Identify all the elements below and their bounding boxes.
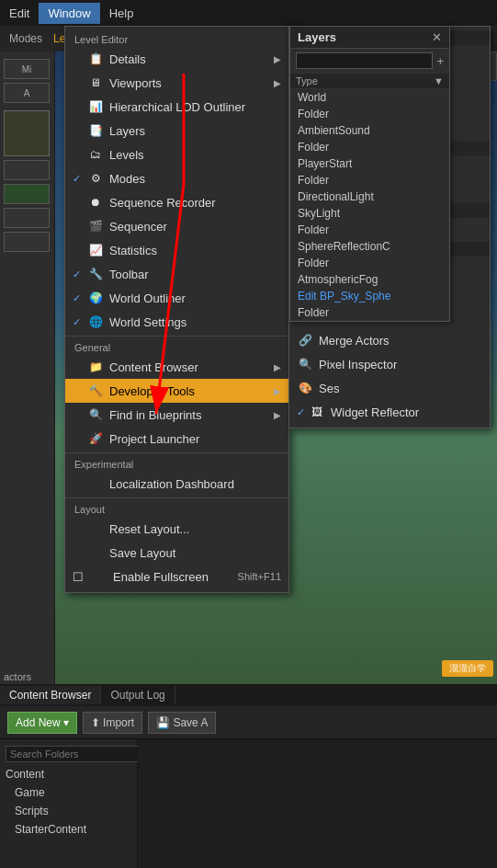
divider-2 [65,452,288,453]
layer-folder-3[interactable]: Folder [290,172,449,188]
viewports-arrow: ▶ [274,78,281,88]
layer-folder-6[interactable]: Folder [290,304,449,321]
layer-skylight[interactable]: SkyLight [290,205,449,222]
layer-edit-bp[interactable]: Edit BP_Sky_Sphe [290,288,449,304]
save-all-label: Save A [173,716,208,729]
layers-search-row: + [290,49,449,74]
layer-directional[interactable]: DirectionalLight [290,188,449,205]
cb-body: 🔍 Content Game Scripts StarterContent [0,739,497,868]
menu-help[interactable]: Help [100,3,143,24]
menu-item-localization[interactable]: Localization Dashboard [65,472,288,496]
import-icon: ⬆ [91,716,100,729]
details-arrow: ▶ [274,54,281,64]
left-tool-7[interactable] [4,232,50,252]
menu-item-lod[interactable]: 📊 Hierarchical LOD Outliner [65,95,288,119]
layers-search-input[interactable] [296,52,433,69]
import-label: Import [103,716,134,729]
fs-label: Enable Fullscreen [113,570,238,584]
left-tool-6[interactable] [4,208,50,228]
menu-bar: Edit Window Help [0,0,497,26]
menu-item-sequence-recorder[interactable]: ⏺ Sequence Recorder [65,190,288,214]
levels-icon: 🗂 [87,146,104,163]
pi-label: Pixel Inspector [319,358,482,371]
sl-label: Save Layout [109,546,281,560]
menu-item-content-browser[interactable]: 📁 Content Browser ▶ [65,355,288,379]
menu-item-find-blueprints[interactable]: 🔍 Find in Blueprints ▶ [65,403,288,427]
menu-item-pixel-inspector[interactable]: 🔍 Pixel Inspector [289,352,490,376]
left-tool-5[interactable] [4,184,50,204]
menu-edit[interactable]: Edit [0,3,39,24]
save-all-button[interactable]: 💾 Save A [148,712,216,734]
save-all-icon: 💾 [156,716,170,729]
layers-close-icon[interactable]: ✕ [432,30,442,44]
left-tool-1[interactable]: Mi [4,59,50,79]
search-folders-input[interactable] [6,746,141,762]
menu-item-details[interactable]: 📋 Details ▶ [65,47,288,71]
layer-ambient[interactable]: AmbientSound [290,122,449,139]
layer-atmospheric[interactable]: AtmosphericFog [290,271,449,288]
folder-starter[interactable]: StarterContent [0,820,137,839]
menu-item-project-launcher[interactable]: 🚀 Project Launcher [65,427,288,451]
folder-game[interactable]: Game [0,783,137,802]
menu-item-save-layout[interactable]: Save Layout [65,541,288,565]
type-column-label: Type [296,75,318,86]
seqrec-icon: ⏺ [87,194,104,211]
wr-label: Widget Reflector [331,405,482,419]
layer-folder-4[interactable]: Folder [290,222,449,238]
menu-item-modes[interactable]: ✓ ⚙ Modes [65,166,288,190]
menu-window[interactable]: Window [39,3,99,24]
menu-item-dev-tools[interactable]: 🔨 Developer Tools ▶ [65,379,288,403]
menu-item-ses[interactable]: 🎨 Ses [289,376,490,400]
menu-item-toolbar[interactable]: ✓ 🔧 Toolbar [65,262,288,286]
cb-tab-content[interactable]: Content Browser [0,686,101,704]
layer-playerstart[interactable]: PlayerStart [290,155,449,172]
window-menu: Level Editor 📋 Details ▶ 🖥 Viewports ▶ 📊… [64,26,289,593]
menu-item-world-outliner[interactable]: ✓ 🌍 World Outliner [65,286,288,310]
ses-icon: 🎨 [297,380,313,396]
menu-item-sequencer[interactable]: 🎬 Sequencer [65,214,288,238]
seq-label: Sequencer [109,220,281,234]
layer-folder-5[interactable]: Folder [290,255,449,271]
folder-content[interactable]: Content [0,765,137,783]
cb-arrow: ▶ [274,362,281,372]
left-tool-3[interactable] [4,110,50,156]
layer-world[interactable]: World [290,89,449,106]
dt-icon: 🔨 [87,383,104,399]
dt-arrow: ▶ [274,386,281,396]
layers-panel: Layers ✕ + Type ▼ World Folder AmbientSo… [289,26,450,322]
fb-arrow: ▶ [274,410,281,420]
layers-add-icon[interactable]: + [436,54,444,68]
fs-icon [91,568,107,585]
lod-icon: 📊 [87,98,104,115]
menu-item-reset-layout[interactable]: Reset Layout... [65,517,288,541]
left-tool-4[interactable] [4,160,50,180]
details-icon: 📋 [87,51,104,67]
menu-item-levels[interactable]: 🗂 Levels [65,143,288,166]
left-tool-2[interactable]: A [4,83,50,103]
menu-item-widget-reflector[interactable]: ✓ 🖼 Widget Reflector [289,400,490,424]
toolbar-icon-menu: 🔧 [87,266,104,282]
dt-label: Developer Tools [109,384,270,398]
menu-item-merge-actors[interactable]: 🔗 Merge Actors [289,328,490,352]
menu-item-layers[interactable]: 📑 Layers [65,119,288,143]
menu-item-statistics[interactable]: 📈 Statistics [65,238,288,262]
layer-folder-2[interactable]: Folder [290,139,449,155]
divider-3 [65,497,288,498]
cb-icon: 📁 [87,359,104,375]
import-button[interactable]: ⬆ Import [83,712,142,734]
lod-label: Hierarchical LOD Outliner [109,100,281,114]
cb-search-row: 🔍 [0,743,137,765]
level-editor-section: Level Editor [65,30,288,47]
menu-item-world-settings[interactable]: ✓ 🌐 World Settings [65,310,288,334]
check-world-settings: ✓ [73,316,87,328]
menu-item-fullscreen[interactable]: ☐ Enable Fullscreen Shift+F11 [65,565,288,588]
add-new-button[interactable]: Add New ▾ [7,712,77,734]
world-settings-label: World Settings [109,315,281,329]
actors-label: actors [4,671,31,682]
menu-item-viewports[interactable]: 🖥 Viewports ▶ [65,71,288,95]
folder-scripts[interactable]: Scripts [0,802,137,820]
rl-icon [87,520,104,537]
layer-sphere[interactable]: SphereReflectionC [290,238,449,255]
cb-tab-output[interactable]: Output Log [101,686,175,704]
layer-folder-1[interactable]: Folder [290,106,449,122]
